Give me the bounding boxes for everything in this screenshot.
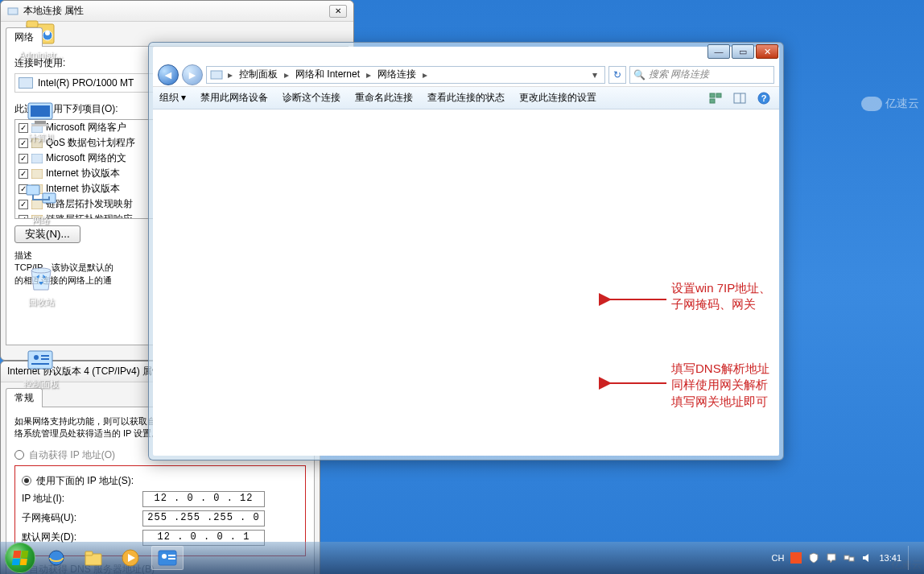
desktop-icon-label: 计算机 xyxy=(11,132,71,144)
refresh-button[interactable]: ↻ xyxy=(608,66,626,84)
annotation-arrow xyxy=(604,375,668,391)
breadcrumb-seg[interactable]: 网络连接 xyxy=(376,68,418,81)
start-button[interactable] xyxy=(5,543,35,573)
search-placeholder: 搜索 网络连接 xyxy=(649,68,709,81)
svg-rect-36 xyxy=(85,551,93,555)
chevron-right-icon: ▸ xyxy=(365,69,373,81)
control-panel-icon xyxy=(25,345,57,377)
svg-rect-1 xyxy=(27,21,38,27)
system-clock[interactable]: 13:41 xyxy=(879,553,901,564)
preview-pane-icon[interactable] xyxy=(731,90,749,106)
svg-point-10 xyxy=(31,268,51,273)
tab-network[interactable]: 网络 xyxy=(6,27,43,47)
svg-rect-19 xyxy=(710,99,715,103)
nav-back-button[interactable]: ◄ xyxy=(158,64,179,85)
chevron-right-icon: ▸ xyxy=(283,69,291,81)
desktop-icon-label: 回收站 xyxy=(11,296,71,308)
desktop-icon-recycle[interactable]: 回收站 xyxy=(11,262,71,308)
subnet-mask-label: 子网掩码(U): xyxy=(22,511,142,525)
taskbar-pin-ie[interactable] xyxy=(40,546,72,570)
watermark: 亿速云 xyxy=(861,97,919,111)
help-icon[interactable]: ? xyxy=(755,90,773,106)
toolbar-diagnose[interactable]: 诊断这个连接 xyxy=(283,91,340,105)
view-options-icon[interactable] xyxy=(707,90,724,106)
system-tray: CH 13:41 xyxy=(772,546,919,570)
toolbar-rename[interactable]: 重命名此连接 xyxy=(355,91,413,105)
ip-address-label: IP 地址(I): xyxy=(22,492,142,506)
cloud-icon xyxy=(861,97,882,111)
chevron-right-icon: ▸ xyxy=(226,69,234,81)
desktop-icon-network[interactable]: 网络 xyxy=(11,180,71,226)
breadcrumb[interactable]: ▸ 控制面板 ▸ 网络和 Internet ▸ 网络连接 ▸ ▾ xyxy=(206,66,605,84)
taskbar-pin-explorer[interactable] xyxy=(77,546,109,570)
lang-indicator[interactable]: CH xyxy=(772,553,785,563)
svg-rect-13 xyxy=(41,355,49,357)
checkbox-icon[interactable]: ✓ xyxy=(19,154,28,163)
svg-point-12 xyxy=(34,355,39,360)
toolbar-organize[interactable]: 组织 ▾ xyxy=(159,91,186,105)
tab-general[interactable]: 常规 xyxy=(6,388,43,407)
network-adapter-icon xyxy=(7,6,19,17)
svg-rect-16 xyxy=(211,71,222,79)
toolbar-view-status[interactable]: 查看此连接的状态 xyxy=(427,91,505,105)
svg-rect-18 xyxy=(716,93,721,97)
nav-forward-button[interactable]: ► xyxy=(182,64,203,85)
subnet-mask-input[interactable]: 255 .255 .255 . 0 xyxy=(142,510,265,527)
adapter-name: Intel(R) PRO/1000 MT xyxy=(38,77,134,89)
svg-rect-43 xyxy=(844,555,849,560)
svg-rect-40 xyxy=(168,555,175,556)
svg-point-3 xyxy=(45,31,50,35)
svg-rect-24 xyxy=(8,8,18,14)
search-icon: 🔍 xyxy=(633,69,646,81)
search-input[interactable]: 🔍 搜索 网络连接 xyxy=(629,66,774,84)
svg-rect-42 xyxy=(790,552,802,564)
tray-network-icon[interactable] xyxy=(844,552,855,564)
tray-volume-icon[interactable] xyxy=(861,552,872,564)
radio-icon xyxy=(14,450,24,460)
svg-rect-20 xyxy=(734,93,745,103)
tray-action-center-icon[interactable] xyxy=(826,552,837,564)
svg-text:?: ? xyxy=(761,93,767,103)
computer-icon xyxy=(25,98,57,130)
window-minimize-button[interactable]: — xyxy=(707,44,730,59)
taskbar: CH 13:41 xyxy=(0,542,924,574)
svg-rect-15 xyxy=(31,363,49,365)
checkbox-icon[interactable]: ✓ xyxy=(19,169,28,179)
svg-rect-27 xyxy=(31,154,43,163)
ip-address-input[interactable]: 12 . 0 . 0 . 12 xyxy=(142,491,265,507)
close-button[interactable]: ✕ xyxy=(329,5,347,18)
svg-rect-14 xyxy=(41,358,49,360)
recycle-bin-icon xyxy=(25,262,57,295)
svg-rect-6 xyxy=(35,121,46,124)
window-close-button[interactable]: ✕ xyxy=(756,44,778,59)
radio-manual-ip[interactable]: 使用下面的 IP 地址(S): xyxy=(22,474,299,488)
svg-rect-7 xyxy=(31,124,49,126)
breadcrumb-seg[interactable]: 网络和 Internet xyxy=(294,68,361,81)
windows-logo-icon xyxy=(12,551,29,565)
svg-rect-28 xyxy=(31,169,43,179)
desktop-icon-label: 网络 xyxy=(11,214,71,226)
toolbar-disable-device[interactable]: 禁用此网络设备 xyxy=(200,91,268,105)
toolbar-change-settings[interactable]: 更改此连接的设置 xyxy=(519,91,596,105)
show-desktop-button[interactable] xyxy=(908,546,914,570)
taskbar-pin-media-player[interactable] xyxy=(114,546,146,570)
tray-metro-icon[interactable] xyxy=(790,552,802,564)
tray-security-icon[interactable] xyxy=(808,552,819,564)
protocol-icon xyxy=(31,169,43,179)
chevron-down-icon[interactable]: ▾ xyxy=(588,69,601,81)
breadcrumb-seg[interactable]: 控制面板 xyxy=(237,68,279,81)
desktop-icon-computer[interactable]: 计算机 xyxy=(11,98,71,144)
window-maximize-button[interactable]: ▭ xyxy=(732,44,754,59)
annotation-arrow xyxy=(604,291,668,308)
svg-rect-17 xyxy=(710,93,715,97)
annotation-ip: 设置win 7IP地址、 子网掩码、网关 xyxy=(671,280,771,313)
desktop-icon-control-panel[interactable]: 控制面板 xyxy=(11,345,71,390)
service-icon xyxy=(31,154,43,163)
svg-rect-8 xyxy=(27,185,39,195)
annotation-dns: 填写DNS解析地址 同样使用网关解析 填写网关地址即可 xyxy=(671,361,769,410)
chevron-right-icon: ▸ xyxy=(421,69,429,81)
explorer-toolbar: 组织 ▾ 禁用此网络设备 诊断这个连接 重命名此连接 查看此连接的状态 更改此连… xyxy=(153,87,779,109)
svg-point-39 xyxy=(162,554,167,559)
taskbar-app-control-panel[interactable] xyxy=(151,546,184,570)
install-button[interactable]: 安装(N)... xyxy=(14,225,80,243)
